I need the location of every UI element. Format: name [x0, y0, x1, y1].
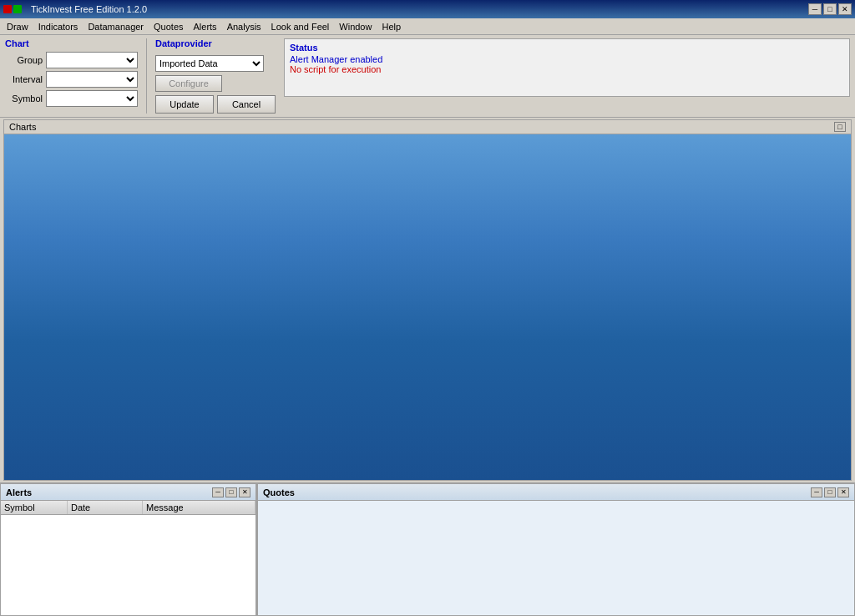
- dataprovider-section-label: Dataprovider: [155, 38, 276, 48]
- alerts-table-header: Symbol Date Message: [1, 501, 255, 515]
- menu-analysis[interactable]: Analysis: [222, 20, 266, 33]
- group-select[interactable]: [46, 52, 138, 68]
- charts-panel: Charts □: [3, 119, 852, 481]
- menu-lookandfeel[interactable]: Look and Feel: [266, 20, 335, 33]
- interval-label: Interval: [5, 74, 43, 84]
- alerts-col-message: Message: [143, 501, 255, 514]
- menu-datamanager[interactable]: Datamanager: [83, 20, 149, 33]
- alerts-table-body: [1, 515, 255, 615]
- alerts-panel-controls: ─ □ ✕: [212, 487, 250, 497]
- quotes-minimize-button[interactable]: ─: [811, 487, 822, 497]
- app-icon-green: [13, 5, 22, 13]
- charts-header: Charts □: [4, 120, 851, 134]
- interval-select[interactable]: [46, 71, 138, 88]
- group-row: Group: [5, 52, 138, 68]
- charts-maximize-button[interactable]: □: [834, 122, 846, 132]
- toolbar: Chart Group Interval Symbol Dataprovider…: [0, 35, 855, 118]
- update-button[interactable]: Update: [155, 95, 214, 114]
- interval-row: Interval: [5, 71, 138, 88]
- menu-quotes[interactable]: Quotes: [149, 20, 188, 33]
- configure-row: Configure: [155, 75, 276, 92]
- quotes-panel-body: [258, 501, 854, 615]
- charts-title: Charts: [9, 122, 36, 132]
- title-bar: TickInvest Free Edition 1.2.0 ─ □ ✕: [0, 0, 855, 18]
- dataprovider-section: Dataprovider Imported Data Configure Upd…: [146, 38, 276, 114]
- alerts-col-date: Date: [68, 501, 143, 514]
- status-line-2: No script for execution: [290, 64, 844, 74]
- menu-window[interactable]: Window: [334, 20, 377, 33]
- menu-help[interactable]: Help: [377, 20, 406, 33]
- window-title: TickInvest Free Edition 1.2.0: [31, 4, 147, 14]
- status-section-label: Status: [290, 43, 844, 53]
- minimize-button[interactable]: ─: [808, 3, 822, 15]
- symbol-label: Symbol: [5, 93, 43, 104]
- maximize-button[interactable]: □: [823, 3, 837, 15]
- quotes-panel-header: Quotes ─ □ ✕: [258, 484, 854, 501]
- chart-section: Chart Group Interval Symbol: [5, 38, 138, 114]
- app-icons: [3, 5, 22, 13]
- alerts-panel-title: Alerts: [6, 487, 32, 497]
- app-icon-red: [3, 5, 12, 13]
- bottom-panels: Alerts ─ □ ✕ Symbol Date Message Quotes …: [0, 482, 855, 616]
- alerts-minimize-button[interactable]: ─: [212, 487, 224, 497]
- charts-canvas: [4, 134, 851, 480]
- window-controls[interactable]: ─ □ ✕: [808, 3, 852, 15]
- quotes-restore-button[interactable]: □: [824, 487, 836, 497]
- status-section: Status Alert Manager enabled No script f…: [284, 38, 850, 97]
- menu-alerts[interactable]: Alerts: [189, 20, 222, 33]
- quotes-panel: Quotes ─ □ ✕: [257, 483, 855, 616]
- status-line-1: Alert Manager enabled: [290, 54, 844, 64]
- chart-section-label: Chart: [5, 38, 138, 48]
- alerts-restore-button[interactable]: □: [225, 487, 237, 497]
- quotes-close-button[interactable]: ✕: [837, 487, 849, 497]
- symbol-row: Symbol: [5, 90, 138, 107]
- alerts-panel: Alerts ─ □ ✕ Symbol Date Message: [0, 483, 257, 616]
- update-cancel-row: Update Cancel: [155, 95, 276, 114]
- quotes-panel-controls: ─ □ ✕: [811, 487, 849, 497]
- configure-button[interactable]: Configure: [155, 75, 222, 92]
- cancel-button[interactable]: Cancel: [217, 95, 276, 114]
- quotes-panel-title: Quotes: [263, 487, 295, 497]
- alerts-close-button[interactable]: ✕: [239, 487, 250, 497]
- symbol-select[interactable]: [46, 90, 138, 107]
- alerts-col-symbol: Symbol: [1, 501, 68, 514]
- dataprovider-select[interactable]: Imported Data: [155, 55, 264, 72]
- title-bar-left: TickInvest Free Edition 1.2.0: [3, 4, 147, 14]
- menu-bar: Draw Indicators Datamanager Quotes Alert…: [0, 18, 855, 35]
- menu-draw[interactable]: Draw: [2, 20, 33, 33]
- group-label: Group: [5, 55, 43, 65]
- dataprovider-row: Imported Data: [155, 55, 276, 72]
- alerts-panel-header: Alerts ─ □ ✕: [1, 484, 255, 501]
- menu-indicators[interactable]: Indicators: [33, 20, 83, 33]
- close-button[interactable]: ✕: [838, 3, 852, 15]
